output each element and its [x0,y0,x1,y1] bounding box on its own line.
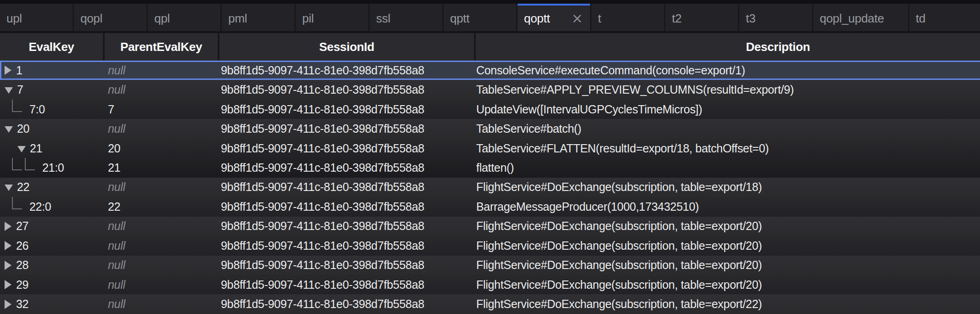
evalkey-value: 22:0 [29,200,51,213]
description-value: TableService#FLATTEN(resultId=export/18,… [476,142,769,155]
parentevalkey-value: null [108,258,125,272]
table-row[interactable]: 7:079b8ff1d5-9097-411c-81e0-398d7fb558a8… [0,100,980,119]
expand-row-icon[interactable] [5,241,11,250]
tab-label: qopl [80,11,140,26]
tab-t3[interactable]: t3 [739,4,812,31]
tab-t2[interactable]: t2 [665,4,738,31]
tree-elbow-icon [12,158,22,170]
description-value: FlightService#DoExchange(subscription, t… [476,258,762,272]
table-row[interactable]: 32null9b8ff1d5-9097-411c-81e0-398d7fb558… [0,294,980,314]
collapse-row-icon[interactable] [5,87,13,94]
tab-ssl[interactable]: ssl [370,4,442,31]
evalkey-cell: 26 [0,236,103,255]
tab-qopl[interactable]: qopl [74,4,146,31]
tab-label: t [598,11,658,26]
description-cell: FlightService#DoExchange(subscription, t… [470,236,980,255]
table-row[interactable]: 29null9b8ff1d5-9097-411c-81e0-398d7fb558… [0,275,980,294]
evalkey-value: 28 [16,258,28,272]
sessionid-value: 9b8ff1d5-9097-411c-81e0-398d7fb558a8 [221,122,424,135]
sessionid-value: 9b8ff1d5-9097-411c-81e0-398d7fb558a8 [221,180,424,194]
evalkey-value: 27 [16,219,28,233]
parentevalkey-value: 21 [108,161,120,174]
column-header-sessionid[interactable]: SessionId [220,33,474,61]
expand-row-icon[interactable] [5,66,11,75]
collapse-row-icon[interactable] [5,185,13,191]
tab-label: qptt [450,11,510,26]
tab-label: qpl [154,11,214,26]
evalkey-value: 29 [16,278,28,292]
evalkey-cell: 27 [0,217,103,236]
sessionid-value: 9b8ff1d5-9097-411c-81e0-398d7fb558a8 [221,258,424,272]
description-cell: BarrageMessageProducer(1000,173432510) [470,197,980,216]
tab-qptt[interactable]: qptt [444,4,516,31]
table-row[interactable]: 26null9b8ff1d5-9097-411c-81e0-398d7fb558… [0,236,980,255]
tab-label: upl [6,11,66,26]
description-value: flatten() [476,161,514,174]
sessionid-cell: 9b8ff1d5-9097-411c-81e0-398d7fb558a8 [216,178,470,197]
collapse-row-icon[interactable] [5,126,13,133]
column-header-description[interactable]: Description [476,33,980,61]
description-cell: UpdateView([IntervalUGPCyclesTimeMicros]… [470,100,980,119]
description-cell: flatten() [470,158,980,177]
table-row[interactable]: 28null9b8ff1d5-9097-411c-81e0-398d7fb558… [0,256,980,275]
tree-elbow-icon [12,100,22,112]
table-row[interactable]: 21:0219b8ff1d5-9097-411c-81e0-398d7fb558… [0,158,980,177]
tab-upl[interactable]: upl [0,4,73,31]
expand-row-icon[interactable] [5,261,11,270]
parentevalkey-cell: null [103,80,216,99]
expand-row-icon[interactable] [5,300,11,309]
description-cell: FlightService#DoExchange(subscription, t… [470,256,980,275]
tab-qoptt[interactable]: qoptt× [518,4,590,31]
tab-td[interactable]: td [909,4,980,31]
table-header-row: EvalKeyParentEvalKeySessionIdDescription [0,33,980,61]
parentevalkey-cell: 22 [103,197,216,216]
tab-bar: uplqoplqplpmlpilsslqpttqoptt×tt2t3qopl_u… [0,4,980,31]
expand-row-icon[interactable] [5,280,11,289]
sessionid-cell: 9b8ff1d5-9097-411c-81e0-398d7fb558a8 [216,61,470,80]
tab-qopl_update[interactable]: qopl_update [813,4,908,31]
parentevalkey-value: null [108,64,125,77]
sessionid-cell: 9b8ff1d5-9097-411c-81e0-398d7fb558a8 [216,217,470,236]
table-row[interactable]: 22null9b8ff1d5-9097-411c-81e0-398d7fb558… [0,178,980,197]
parentevalkey-cell: null [103,61,216,80]
parentevalkey-value: null [108,122,125,135]
evalkey-value: 21:0 [42,161,64,174]
tab-pil[interactable]: pil [296,4,368,31]
tab-t[interactable]: t [591,4,664,31]
tab-pml[interactable]: pml [222,4,294,31]
tab-qpl[interactable]: qpl [148,4,220,31]
evalkey-value: 26 [16,239,28,252]
evalkey-value: 1 [16,64,23,77]
evalkey-value: 32 [16,297,28,311]
window-top-strip [0,0,980,4]
table-row[interactable]: 22:0229b8ff1d5-9097-411c-81e0-398d7fb558… [0,197,980,216]
close-icon[interactable]: × [570,11,584,25]
sessionid-value: 9b8ff1d5-9097-411c-81e0-398d7fb558a8 [221,219,424,233]
table-row[interactable]: 20null9b8ff1d5-9097-411c-81e0-398d7fb558… [0,119,980,138]
parentevalkey-cell: null [103,294,216,314]
tab-label: qoptt [524,11,570,26]
table-row[interactable]: 7null9b8ff1d5-9097-411c-81e0-398d7fb558a… [0,80,980,99]
sessionid-cell: 9b8ff1d5-9097-411c-81e0-398d7fb558a8 [216,100,470,119]
description-value: FlightService#DoExchange(subscription, t… [476,297,762,311]
collapse-row-icon[interactable] [17,146,26,152]
evalkey-cell: 22 [0,178,103,197]
parentevalkey-value: null [108,83,125,96]
parentevalkey-value: null [108,239,125,252]
sessionid-cell: 9b8ff1d5-9097-411c-81e0-398d7fb558a8 [216,256,470,275]
parentevalkey-value: null [108,219,125,233]
tab-label: t2 [672,11,732,26]
table-row[interactable]: 21209b8ff1d5-9097-411c-81e0-398d7fb558a8… [0,139,980,158]
column-header-parentevalkey[interactable]: ParentEvalKey [105,33,218,61]
description-value: FlightService#DoExchange(subscription, t… [476,180,762,194]
column-header-evalkey[interactable]: EvalKey [0,33,103,61]
expand-row-icon[interactable] [5,222,11,231]
evalkey-cell: 21:0 [0,158,103,177]
evalkey-cell: 1 [0,61,103,80]
evalkey-cell: 32 [0,294,103,314]
parentevalkey-cell: 21 [103,158,216,177]
tab-label: td [916,11,974,26]
table-row[interactable]: 27null9b8ff1d5-9097-411c-81e0-398d7fb558… [0,217,980,236]
parentevalkey-cell: null [103,236,216,255]
table-row[interactable]: 1null9b8ff1d5-9097-411c-81e0-398d7fb558a… [0,61,980,80]
